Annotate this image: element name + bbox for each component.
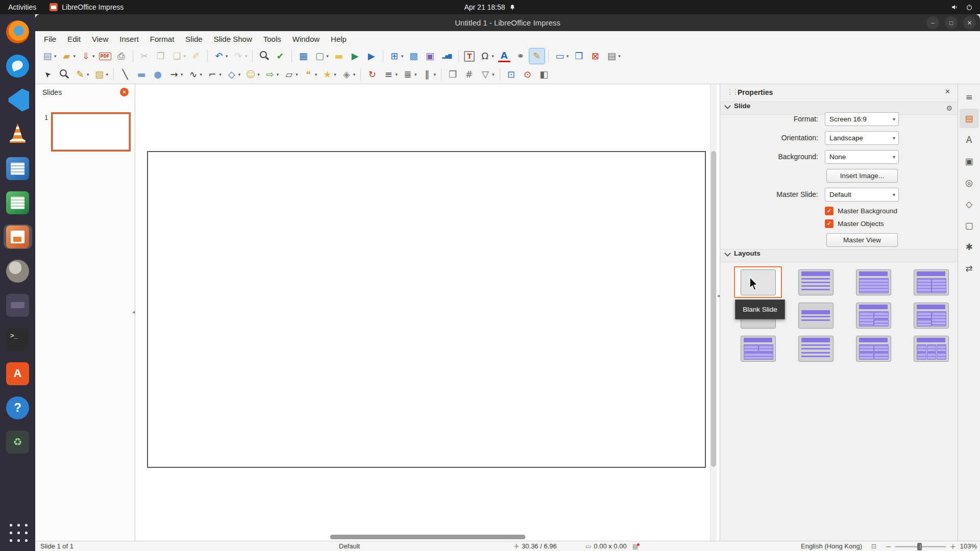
align-objects-dropdown-arrow-icon[interactable]: ▾ bbox=[395, 72, 398, 77]
save-button[interactable]: ⇓▾ bbox=[78, 48, 96, 64]
connectors-button[interactable]: ⌐▾ bbox=[205, 67, 223, 82]
slide-layout-button[interactable]: ▤▾ bbox=[604, 48, 622, 64]
show-draw-functions-button[interactable]: ✎ bbox=[529, 48, 545, 64]
redo-button[interactable]: ↷▾ bbox=[231, 48, 249, 64]
undo-dropdown-arrow-icon[interactable]: ▾ bbox=[226, 54, 228, 59]
slide-info[interactable]: Slide 1 of 1 bbox=[40, 541, 74, 551]
sidebar-tab-sidebar-settings[interactable]: ≡ bbox=[960, 87, 979, 107]
stars-banners-button[interactable]: ★▾ bbox=[320, 67, 338, 82]
paste-button[interactable]: ❏▾ bbox=[169, 48, 188, 64]
fit-slide-icon[interactable]: ⊡ bbox=[871, 541, 876, 551]
find-and-replace-button[interactable] bbox=[256, 48, 272, 64]
block-arrows-button[interactable]: ⇨▾ bbox=[262, 67, 281, 82]
special-character-button[interactable]: Ω▾ bbox=[477, 48, 496, 64]
new-button[interactable]: ▤▾ bbox=[40, 48, 58, 64]
spelling-button[interactable]: ✔ bbox=[273, 48, 288, 64]
basic-shapes-dropdown-arrow-icon[interactable]: ▾ bbox=[238, 72, 241, 77]
arrange-dropdown-arrow-icon[interactable]: ▾ bbox=[414, 72, 417, 77]
minimize-button[interactable]: – bbox=[926, 16, 939, 29]
object-size[interactable]: ▭ 0.00 x 0.00 bbox=[585, 541, 627, 551]
hyperlink-button[interactable]: ⚭ bbox=[513, 48, 528, 64]
sidebar-tab-gallery[interactable]: ▣ bbox=[960, 152, 979, 171]
insert-chart-button[interactable]: ▂▅▇ bbox=[438, 48, 455, 64]
layout-title-two-content[interactable] bbox=[907, 266, 955, 298]
launcher-system-tool[interactable] bbox=[4, 430, 32, 454]
lines-and-arrows-button[interactable]: →▾ bbox=[166, 67, 185, 82]
slide-layout-dropdown-arrow-icon[interactable]: ▾ bbox=[618, 54, 621, 59]
align-objects-button[interactable]: ≡▾ bbox=[381, 67, 399, 82]
background-select[interactable]: None ▾ bbox=[825, 150, 899, 164]
sidebar-tab-styles[interactable]: A bbox=[960, 130, 979, 149]
display-views-button[interactable]: ▢▾ bbox=[312, 48, 330, 64]
menu-view[interactable]: View bbox=[86, 33, 114, 45]
paste-dropdown-arrow-icon[interactable]: ▾ bbox=[184, 54, 186, 59]
symbol-shapes-button[interactable]: ☺▾ bbox=[243, 67, 261, 82]
flowchart-dropdown-arrow-icon[interactable]: ▾ bbox=[296, 72, 298, 77]
open-button[interactable]: ▰▾ bbox=[59, 48, 78, 64]
image-filter-button[interactable]: ▽▾ bbox=[478, 67, 496, 82]
layout-title-four-content[interactable] bbox=[849, 333, 897, 364]
distribution-button[interactable]: ∥▾ bbox=[419, 67, 437, 82]
glue-points-button[interactable]: ⊙ bbox=[520, 67, 535, 82]
vertical-scrollbar-thumb[interactable] bbox=[711, 151, 716, 467]
menu-file[interactable]: File bbox=[38, 33, 62, 45]
edit-points-button[interactable]: ⊡ bbox=[504, 67, 519, 82]
zoom-slider-thumb[interactable] bbox=[917, 543, 922, 550]
master-slide-select[interactable]: Default ▾ bbox=[825, 188, 899, 202]
sidebar-tab-master-slides[interactable]: ▢ bbox=[960, 216, 979, 235]
line-color-dropdown-arrow-icon[interactable]: ▾ bbox=[87, 72, 89, 77]
menu-slide-show[interactable]: Slide Show bbox=[208, 33, 258, 45]
fill-color-button[interactable]: ▨▾ bbox=[92, 67, 110, 82]
rotate-button[interactable]: ↻ bbox=[364, 67, 380, 82]
launcher-firefox[interactable] bbox=[4, 19, 32, 44]
curves-polygons-button[interactable]: ∿▾ bbox=[186, 67, 204, 82]
callouts-dropdown-arrow-icon[interactable]: ▾ bbox=[315, 72, 317, 77]
menu-help[interactable]: Help bbox=[325, 33, 352, 45]
orientation-select[interactable]: Landscape ▾ bbox=[825, 131, 899, 145]
layout-title-two-content-content[interactable] bbox=[907, 299, 955, 331]
layout-title-content[interactable] bbox=[849, 266, 897, 298]
zoom-out-button[interactable]: − bbox=[886, 541, 892, 551]
launcher-help[interactable] bbox=[4, 395, 32, 420]
left-pane-splitter[interactable]: ◂ bbox=[132, 309, 135, 315]
insert-media-button[interactable]: ▣ bbox=[422, 48, 437, 64]
clock[interactable]: Apr 21 18:58 bbox=[464, 3, 516, 11]
launcher-terminal[interactable] bbox=[4, 327, 32, 352]
document-modified-indicator[interactable]: ▤ bbox=[632, 541, 638, 551]
symbol-shapes-dropdown-arrow-icon[interactable]: ▾ bbox=[257, 72, 260, 77]
insert-image-button[interactable]: ▩ bbox=[406, 48, 421, 64]
copy-button[interactable]: ❐ bbox=[153, 48, 168, 64]
volume-icon[interactable] bbox=[951, 4, 959, 11]
launcher-show-applications[interactable] bbox=[4, 519, 32, 544]
slides-panel-close-icon[interactable]: ✕ bbox=[120, 88, 129, 96]
menu-window[interactable]: Window bbox=[287, 33, 325, 45]
display-grid-button[interactable]: ▦ bbox=[296, 48, 311, 64]
image-filter-dropdown-arrow-icon[interactable]: ▾ bbox=[492, 72, 495, 77]
insert-textbox-button[interactable]: T bbox=[462, 48, 476, 64]
table-button[interactable]: ⊞▾ bbox=[387, 48, 405, 64]
curves-polygons-dropdown-arrow-icon[interactable]: ▾ bbox=[200, 72, 203, 77]
lines-and-arrows-dropdown-arrow-icon[interactable]: ▾ bbox=[181, 72, 183, 77]
fontwork-button[interactable]: A bbox=[497, 48, 512, 64]
menu-insert[interactable]: Insert bbox=[114, 33, 144, 45]
slide-canvas[interactable] bbox=[147, 151, 706, 468]
focused-app-indicator[interactable]: LibreOffice Impress bbox=[50, 3, 124, 11]
zoom-button[interactable] bbox=[56, 67, 71, 82]
export-pdf-button[interactable]: PDF bbox=[97, 48, 113, 64]
layout-title-slide[interactable] bbox=[792, 266, 840, 298]
master-background-checkbox[interactable]: ✓ Master Background bbox=[825, 206, 897, 216]
launcher-thunderbird[interactable] bbox=[4, 54, 32, 78]
zoom-in-button[interactable]: + bbox=[950, 541, 956, 551]
launcher-vscode[interactable] bbox=[4, 88, 32, 112]
layout-title-six-content[interactable] bbox=[907, 333, 955, 364]
menu-slide[interactable]: Slide bbox=[180, 33, 208, 45]
title-bar[interactable]: Untitled 1 - LibreOffice Impress – □ ✕ bbox=[35, 14, 980, 31]
layout-centered-text[interactable] bbox=[792, 299, 840, 331]
rectangle-button[interactable]: ▬ bbox=[134, 67, 149, 82]
redo-dropdown-arrow-icon[interactable]: ▾ bbox=[245, 54, 248, 59]
launcher-gimp[interactable] bbox=[4, 259, 32, 283]
callouts-button[interactable]: ❝▾ bbox=[301, 67, 319, 82]
launcher-ubuntu-software[interactable] bbox=[4, 361, 32, 386]
cut-button[interactable]: ✂ bbox=[137, 48, 152, 64]
3d-objects-button[interactable]: ◈▾ bbox=[339, 67, 357, 82]
